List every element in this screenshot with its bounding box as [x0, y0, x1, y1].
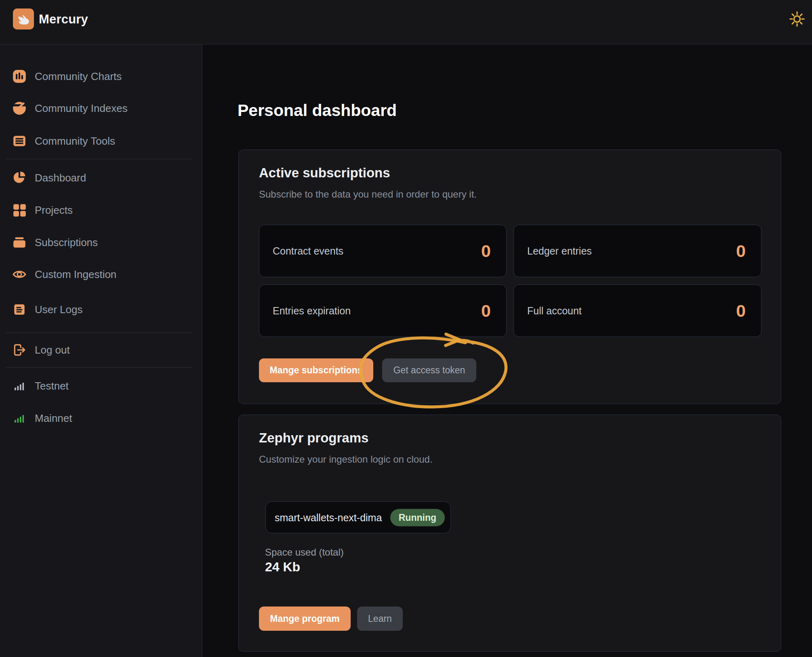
grid-icon [12, 203, 27, 217]
stat-label: Contract events [273, 245, 343, 257]
wing-icon [15, 10, 32, 28]
space-used-label: Space used (total) [265, 547, 344, 558]
stat-label: Entries expiration [273, 305, 351, 317]
sidebar-item-dashboard[interactable]: Dashboard [0, 162, 202, 193]
card-title: Active subscriptions [259, 165, 390, 181]
sidebar-item-custom-ingestion[interactable]: Custom Ingestion [0, 259, 202, 290]
zephyr-programs-card: Zephyr programs Customize your ingestion… [238, 415, 781, 652]
card-subtitle: Customize your ingestion logic on cloud. [259, 454, 433, 465]
sun-icon[interactable] [788, 10, 806, 28]
stat-tile-contract-events: Contract events 0 [259, 225, 507, 277]
pie-chart-icon [12, 171, 27, 185]
page-title: Personal dashboard [238, 101, 397, 120]
card-title: Zephyr programs [259, 430, 368, 446]
stat-value: 0 [481, 301, 491, 321]
sidebar-item-projects[interactable]: Projects [0, 195, 202, 225]
sidebar-item-community-indexes[interactable]: Community Indexes [0, 93, 202, 124]
sidebar-item-label: Community Indexes [35, 102, 128, 115]
stat-value: 0 [736, 241, 746, 261]
briefcase-icon [12, 235, 27, 250]
log-file-icon [12, 302, 27, 317]
sidebar-item-label: User Logs [35, 303, 83, 316]
program-row[interactable]: smart-wallets-next-dima Running [265, 501, 451, 533]
card-subtitle: Subscribe to the data you need in order … [259, 189, 477, 200]
signal-bars-icon [12, 379, 27, 393]
stat-value: 0 [736, 301, 746, 321]
bar-chart-icon [12, 69, 27, 84]
sidebar: Community Charts Community Indexes Commu… [0, 44, 202, 657]
stat-tile-ledger-entries: Ledger entries 0 [513, 225, 762, 277]
sidebar-item-community-tools[interactable]: Community Tools [0, 126, 202, 156]
sidebar-item-mainnet[interactable]: Mainnet [0, 403, 202, 434]
sidebar-item-label: Log out [35, 344, 70, 356]
manage-subscriptions-button[interactable]: Mange subscriptions [259, 358, 373, 382]
active-subscriptions-card: Active subscriptions Subscribe to the da… [238, 150, 781, 404]
stat-label: Full account [527, 305, 582, 317]
stat-value: 0 [481, 241, 491, 261]
sidebar-item-label: Subscriptions [35, 236, 98, 249]
list-lines-icon [12, 134, 27, 148]
sidebar-item-logout[interactable]: Log out [0, 335, 202, 365]
sidebar-divider [5, 159, 192, 159]
sidebar-item-label: Testnet [35, 380, 69, 392]
signal-bars-icon [12, 411, 27, 425]
sidebar-item-label: Custom Ingestion [35, 268, 116, 281]
sidebar-item-user-logs[interactable]: User Logs [0, 294, 202, 325]
learn-button[interactable]: Learn [357, 606, 403, 631]
brand-title: Mercury [39, 12, 88, 27]
sidebar-item-label: Dashboard [35, 172, 86, 184]
app: Mercury Community Charts [0, 0, 812, 657]
stat-label: Ledger entries [527, 245, 592, 257]
logout-icon [12, 343, 27, 357]
sidebar-item-label: Community Tools [35, 135, 115, 147]
sidebar-item-label: Projects [35, 204, 73, 217]
program-name: smart-wallets-next-dima [275, 512, 382, 523]
sidebar-item-label: Community Charts [35, 70, 122, 83]
sidebar-divider [5, 367, 192, 368]
stat-tile-full-account: Full account 0 [513, 284, 762, 337]
get-access-token-button[interactable]: Get access token [382, 358, 476, 382]
header: Mercury [0, 0, 812, 44]
sidebar-divider [5, 333, 192, 333]
eye-icon [12, 267, 27, 282]
sidebar-item-label: Mainnet [35, 412, 72, 425]
mercury-logo[interactable] [13, 8, 34, 29]
sidebar-item-subscriptions[interactable]: Subscriptions [0, 227, 202, 258]
sidebar-item-testnet[interactable]: Testnet [0, 371, 202, 401]
manage-program-button[interactable]: Mange program [259, 606, 351, 631]
gauge-icon [12, 101, 27, 116]
status-badge: Running [390, 509, 445, 526]
stat-tile-entries-expiration: Entries expiration 0 [259, 284, 507, 337]
sidebar-item-community-charts[interactable]: Community Charts [0, 61, 202, 92]
space-used-value: 24 Kb [265, 560, 300, 575]
